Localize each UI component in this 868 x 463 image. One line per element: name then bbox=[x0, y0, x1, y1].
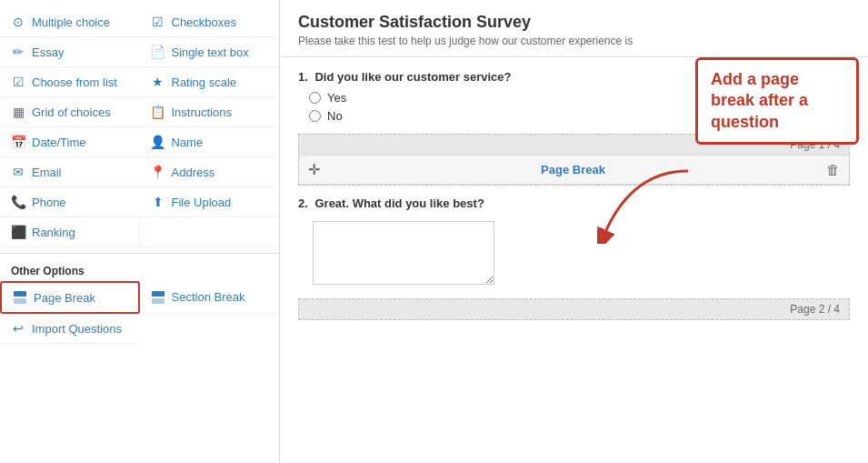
sidebar-item-email[interactable]: ✉ Email bbox=[0, 157, 140, 187]
address-icon: 📍 bbox=[151, 165, 165, 179]
file-upload-icon: ⬆ bbox=[151, 195, 165, 209]
choose-from-list-icon: ☑ bbox=[11, 75, 25, 89]
section-break-icon bbox=[151, 290, 165, 305]
sidebar-item-page-break[interactable]: Page Break bbox=[0, 281, 140, 314]
svg-rect-3 bbox=[152, 298, 165, 304]
sidebar-item-checkboxes[interactable]: ☑ Checkboxes bbox=[140, 7, 280, 37]
sidebar-item-label: Import Questions bbox=[32, 322, 122, 336]
sidebar: ⊙ Multiple choice ☑ Checkboxes ✏ Essay 📄… bbox=[0, 0, 280, 463]
sidebar-item-instructions[interactable]: 📋 Instructions bbox=[140, 97, 280, 127]
page-break-bar-label: Page Break bbox=[541, 163, 605, 176]
sidebar-item-label: Section Break bbox=[172, 290, 245, 304]
sidebar-item-label: Page Break bbox=[34, 291, 95, 305]
radio-no[interactable] bbox=[309, 110, 321, 122]
move-icon[interactable]: ✛ bbox=[308, 161, 320, 178]
survey-description: Please take this test to help us judge h… bbox=[298, 35, 850, 47]
grid-choices-icon: ▦ bbox=[11, 105, 25, 119]
sidebar-item-phone[interactable]: 📞 Phone bbox=[0, 187, 140, 217]
radio-yes[interactable] bbox=[309, 92, 321, 104]
svg-rect-1 bbox=[14, 298, 26, 304]
sidebar-item-address[interactable]: 📍 Address bbox=[140, 157, 280, 187]
page-break-icon bbox=[13, 290, 27, 305]
sidebar-question-types: ⊙ Multiple choice ☑ Checkboxes ✏ Essay 📄… bbox=[0, 7, 279, 247]
import-questions-icon: ↩ bbox=[11, 321, 25, 336]
question-2-textarea[interactable] bbox=[313, 221, 494, 285]
survey-header: Customer Satisfaction Survey Please take… bbox=[280, 0, 868, 57]
sidebar-item-section-break[interactable]: Section Break bbox=[140, 281, 280, 314]
sidebar-item-label: Multiple choice bbox=[32, 15, 110, 29]
ranking-icon: ⬛ bbox=[11, 225, 25, 239]
question-2-number: 2. bbox=[298, 196, 308, 210]
sidebar-item-label: Phone bbox=[32, 196, 66, 209]
sidebar-item-import-questions[interactable]: ↩ Import Questions bbox=[0, 314, 140, 344]
sidebar-item-label: Email bbox=[32, 166, 62, 179]
question-2-text: 2. Great. What did you like best? bbox=[298, 196, 850, 210]
question-1-number: 1. bbox=[298, 70, 308, 84]
other-options-heading: Other Options bbox=[0, 259, 279, 281]
delete-page-break-button[interactable]: 🗑 bbox=[826, 162, 840, 177]
phone-icon: 📞 bbox=[11, 195, 25, 209]
sidebar-item-label: Single text box bbox=[172, 45, 249, 59]
sidebar-item-essay[interactable]: ✏ Essay bbox=[0, 37, 140, 67]
email-icon: ✉ bbox=[11, 165, 25, 179]
sidebar-item-ranking[interactable]: ⬛ Ranking bbox=[0, 217, 140, 247]
callout-box: Add a page break after a question bbox=[695, 57, 859, 145]
option-no-label: No bbox=[327, 109, 343, 123]
question-1-label: Did you like our customer service? bbox=[314, 70, 511, 84]
sidebar-divider bbox=[0, 253, 279, 254]
sidebar-item-label: Instructions bbox=[172, 106, 232, 119]
survey-body: Add a page break after a question 1. Did… bbox=[280, 57, 868, 333]
sidebar-item-label: Date/Time bbox=[32, 136, 85, 149]
option-yes-label: Yes bbox=[327, 91, 346, 105]
single-text-box-icon: 📄 bbox=[151, 45, 165, 59]
sidebar-item-label: Grid of choices bbox=[32, 106, 111, 119]
sidebar-item-label: File Upload bbox=[172, 196, 232, 209]
page-2-indicator: Page 2 / 4 bbox=[298, 298, 850, 320]
multiple-choice-icon: ⊙ bbox=[11, 15, 25, 29]
svg-rect-2 bbox=[152, 291, 165, 297]
sidebar-item-rating-scale[interactable]: ★ Rating scale bbox=[140, 67, 280, 97]
question-2-label: Great. What did you like best? bbox=[314, 196, 484, 210]
essay-icon: ✏ bbox=[11, 45, 25, 59]
sidebar-other-options: Page Break Section Break ↩ Import Questi… bbox=[0, 281, 279, 344]
sidebar-item-multiple-choice[interactable]: ⊙ Multiple choice bbox=[0, 7, 140, 37]
sidebar-item-label: Checkboxes bbox=[172, 15, 237, 29]
name-icon: 👤 bbox=[151, 135, 165, 149]
sidebar-item-label: Address bbox=[172, 166, 215, 179]
sidebar-item-datetime[interactable]: 📅 Date/Time bbox=[0, 127, 140, 157]
page-break-bar: ✛ Page Break 🗑 bbox=[299, 155, 849, 185]
main-content: Customer Satisfaction Survey Please take… bbox=[280, 0, 868, 463]
sidebar-item-choose-from-list[interactable]: ☑ Choose from list bbox=[0, 67, 140, 97]
question-2-block: 2. Great. What did you like best? bbox=[298, 196, 850, 287]
survey-title: Customer Satisfaction Survey bbox=[298, 13, 850, 32]
callout-arrow bbox=[597, 162, 706, 247]
sidebar-item-name[interactable]: 👤 Name bbox=[140, 127, 280, 157]
datetime-icon: 📅 bbox=[11, 135, 25, 149]
sidebar-item-file-upload[interactable]: ⬆ File Upload bbox=[140, 187, 280, 217]
sidebar-item-grid-of-choices[interactable]: ▦ Grid of choices bbox=[0, 97, 140, 127]
instructions-icon: 📋 bbox=[151, 105, 165, 119]
sidebar-item-label: Choose from list bbox=[32, 75, 117, 89]
sidebar-item-single-text-box[interactable]: 📄 Single text box bbox=[140, 37, 280, 67]
svg-rect-0 bbox=[14, 291, 26, 297]
checkboxes-icon: ☑ bbox=[151, 15, 165, 29]
sidebar-item-label: Essay bbox=[32, 45, 64, 59]
sidebar-item-label: Name bbox=[172, 136, 204, 149]
rating-scale-icon: ★ bbox=[151, 75, 165, 89]
sidebar-item-label: Ranking bbox=[32, 226, 75, 239]
sidebar-item-label: Rating scale bbox=[172, 75, 237, 89]
callout-text: Add a page break after a question bbox=[711, 70, 808, 131]
